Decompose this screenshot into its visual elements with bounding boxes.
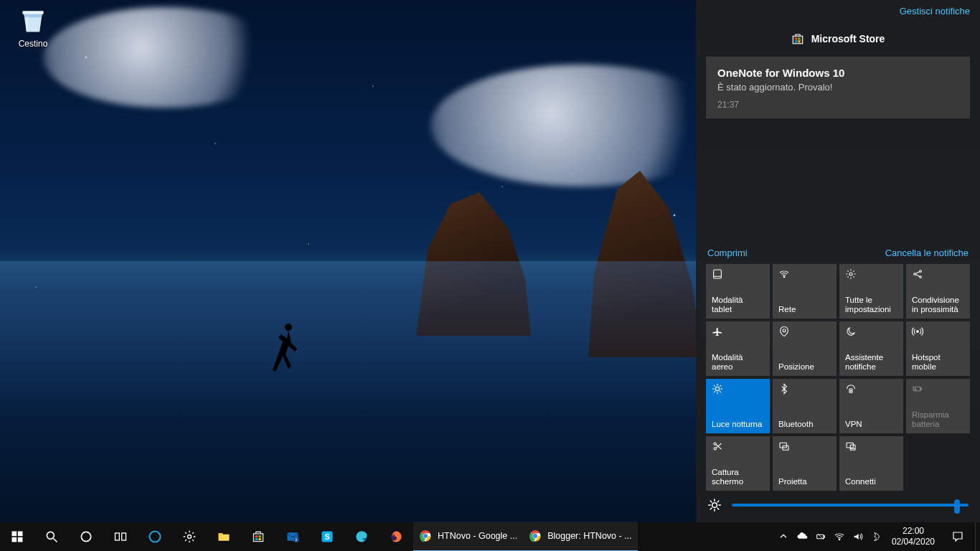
power-tray-icon[interactable] (811, 522, 830, 551)
brightness-thumb[interactable] (954, 499, 960, 514)
edge-icon[interactable] (344, 522, 379, 551)
recycle-bin[interactable]: Cestino (6, 4, 60, 49)
file-explorer-icon[interactable] (207, 522, 241, 551)
taskbar: 1 S HTNovo - Google ... Blogger: HTNovo … (0, 522, 980, 551)
taskbar-item-label: HTNovo - Google ... (438, 531, 517, 541)
quick-action-mobile-hotspot[interactable]: Hotspot mobile (906, 321, 970, 376)
quick-action-connect[interactable]: Connetti (839, 436, 903, 491)
battery-icon (912, 383, 923, 395)
manage-notifications-link[interactable]: Gestisci notifiche (900, 6, 970, 17)
quick-action-label: Condivisione in prossimità (912, 296, 964, 314)
svg-point-9 (783, 276, 785, 278)
flux-tray-icon[interactable] (867, 522, 886, 551)
quick-action-bluetooth[interactable]: Bluetooth (773, 379, 837, 433)
svg-line-25 (714, 391, 715, 392)
airplane-icon (712, 326, 723, 337)
share-icon (912, 268, 923, 280)
svg-rect-75 (817, 534, 824, 538)
svg-rect-59 (255, 535, 258, 537)
cortana-button[interactable] (69, 522, 103, 551)
cloud-decoration (430, 65, 732, 187)
svg-rect-50 (18, 537, 23, 542)
notification-body: È stato aggiornato. Provalo! (717, 82, 958, 93)
brightness-slider[interactable] (732, 504, 969, 507)
taskbar-item-chrome-2[interactable]: Blogger: HTNovo - ... (523, 522, 637, 551)
search-button[interactable] (34, 522, 69, 551)
svg-rect-2 (793, 36, 803, 44)
quick-action-focus-assist[interactable]: Assistente notifiche (839, 321, 903, 376)
tray-overflow-icon[interactable] (774, 522, 793, 551)
svg-line-23 (714, 385, 715, 386)
svg-point-12 (920, 270, 922, 273)
quick-action-screen-snip[interactable]: Cattura schermo (706, 436, 770, 491)
quick-action-label: Risparmia batteria (912, 410, 964, 429)
settings-app-icon[interactable] (172, 522, 207, 551)
chrome-icon (419, 529, 432, 542)
notification-time: 21:37 (717, 100, 958, 110)
taskbar-item-chrome-1[interactable]: HTNovo - Google ... (413, 522, 523, 551)
cortana-app-icon[interactable] (138, 522, 172, 551)
svg-rect-49 (12, 537, 17, 542)
svg-rect-29 (913, 387, 920, 390)
taskbar-clock[interactable]: 22:00 02/04/2020 (886, 526, 941, 547)
brightness-icon (707, 498, 722, 512)
gear-icon (845, 268, 857, 280)
svg-point-38 (712, 503, 717, 508)
svg-point-16 (783, 329, 786, 332)
clear-notifications-link[interactable]: Cancella le notifiche (885, 248, 969, 258)
svg-line-15 (915, 275, 919, 277)
wifi-icon (778, 268, 790, 280)
quick-action-project[interactable]: Proietta (773, 436, 837, 491)
svg-point-13 (920, 276, 922, 278)
volume-tray-icon[interactable] (849, 522, 867, 551)
task-view-button[interactable] (103, 522, 138, 551)
taskbar-time: 22:00 (892, 526, 935, 537)
quick-action-night-light[interactable]: Luce notturna (706, 379, 770, 433)
cloud-decoration (43, 7, 287, 108)
svg-rect-7 (714, 270, 722, 278)
quick-action-tablet-mode[interactable]: Modalità tablet (706, 264, 770, 319)
bluetooth-icon (778, 383, 790, 395)
collapse-quick-actions-link[interactable]: Comprimi (707, 248, 748, 258)
runner-decoration (273, 321, 301, 372)
microsoft-store-icon (791, 32, 804, 45)
onedrive-tray-icon[interactable] (793, 522, 811, 551)
svg-point-74 (533, 534, 537, 538)
mail-app-icon[interactable]: 1 (275, 522, 310, 551)
quick-action-location[interactable]: Posizione (773, 321, 837, 376)
sun-icon (712, 383, 723, 395)
quick-action-network[interactable]: Rete (773, 264, 837, 319)
svg-point-10 (849, 273, 852, 276)
quick-action-nearby-share[interactable]: Condivisione in prossimità (906, 264, 970, 319)
start-button[interactable] (0, 522, 34, 551)
show-desktop-button[interactable] (975, 522, 980, 551)
quick-action-label: Proietta (778, 477, 831, 486)
notification-source-label: Microsoft Store (811, 33, 885, 44)
svg-rect-58 (253, 534, 263, 542)
svg-rect-47 (12, 532, 17, 537)
notification-card[interactable]: OneNote for Windows 10 È stato aggiornat… (706, 57, 970, 118)
recycle-bin-label: Cestino (19, 39, 48, 49)
wifi-tray-icon[interactable] (830, 522, 849, 551)
vpn-icon (845, 383, 857, 395)
quick-action-label: Cattura schermo (712, 468, 764, 486)
svg-point-57 (188, 535, 192, 539)
firefox-icon[interactable] (379, 522, 413, 551)
quick-action-battery-saver: Risparmia batteria (906, 379, 970, 433)
quick-action-label: Modalità aereo (712, 353, 764, 372)
svg-rect-4 (798, 38, 800, 40)
snip-icon (712, 441, 723, 452)
quick-action-vpn[interactable]: VPN (839, 379, 903, 433)
svg-rect-35 (847, 443, 853, 448)
quick-action-label: Bluetooth (778, 420, 831, 429)
tablet-icon (712, 268, 723, 280)
action-center-button[interactable] (941, 522, 975, 551)
quick-action-airplane-mode[interactable]: Modalità aereo (706, 321, 770, 376)
skype-icon[interactable]: S (310, 522, 344, 551)
quick-action-all-settings[interactable]: Tutte le impostazioni (839, 264, 903, 319)
svg-rect-55 (122, 533, 126, 540)
quick-action-label: Assistente notifiche (845, 353, 897, 372)
quick-action-label: Posizione (778, 362, 831, 372)
recycle-bin-icon (17, 4, 49, 36)
microsoft-store-taskbar-icon[interactable] (241, 522, 275, 551)
